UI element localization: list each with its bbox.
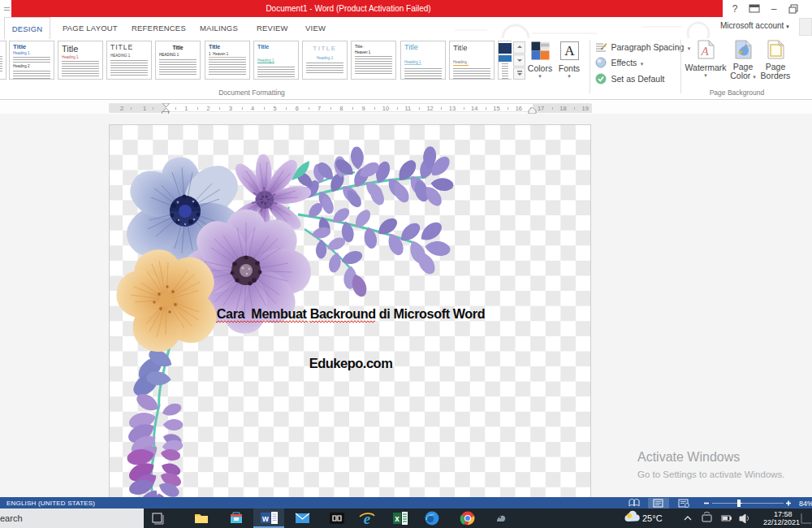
- svg-text:17:58: 17:58: [774, 510, 793, 518]
- svg-text:w: w: [261, 514, 269, 523]
- svg-text:A: A: [700, 45, 709, 58]
- svg-text:e: e: [364, 510, 371, 527]
- svg-text:84%: 84%: [799, 500, 812, 508]
- svg-text:22/12/2021: 22/12/2021: [763, 518, 800, 526]
- svg-text:25°C: 25°C: [642, 513, 663, 523]
- svg-text:A: A: [564, 43, 575, 58]
- svg-text:x: x: [395, 514, 400, 523]
